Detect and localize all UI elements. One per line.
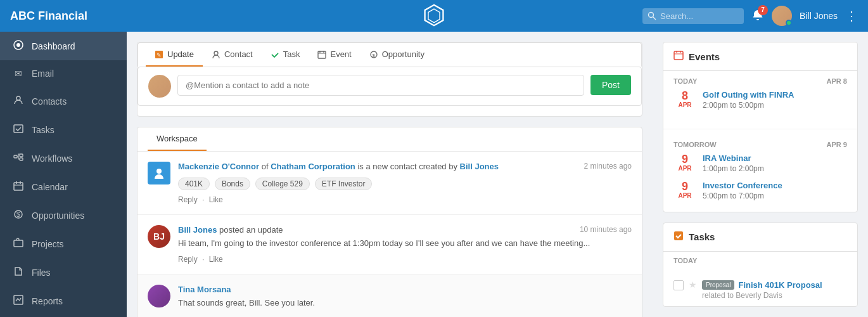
- svg-rect-7: [14, 125, 23, 133]
- feed-item-2: BJ Bill Jones posted an update 10 minute…: [137, 215, 642, 275]
- tag-etfinvestor[interactable]: ETF Investor: [315, 178, 373, 190]
- feed-item-text-1: Mackenzie O'Connor of Chatham Corporatio…: [178, 162, 499, 171]
- reply-link-1[interactable]: Reply: [178, 195, 198, 204]
- post-input[interactable]: [177, 75, 584, 96]
- feed-tab-workspace[interactable]: Workspace: [148, 127, 207, 151]
- svg-rect-24: [674, 231, 683, 240]
- events-today-section: TODAY Apr 8 8 APR Golf Outing with FINRA…: [663, 71, 857, 124]
- sidebar-item-projects[interactable]: Projects: [0, 230, 127, 258]
- tab-update[interactable]: ✎ Update: [146, 43, 203, 67]
- tab-opportunity[interactable]: $ Opportunity: [361, 43, 433, 67]
- svg-rect-10: [20, 158, 23, 160]
- events-card: Events TODAY Apr 8 8 APR Golf Outing wit…: [663, 42, 858, 212]
- svg-marker-1: [428, 9, 440, 23]
- svg-point-5: [16, 43, 20, 47]
- tasks-header: Tasks: [663, 223, 857, 252]
- topnav: ABC Financial 7 Bill Jones ⋮: [0, 0, 868, 32]
- svg-text:✎: ✎: [156, 52, 162, 58]
- online-indicator: [786, 20, 792, 26]
- feed-message-2: Hi team, I'm going to the investor confe…: [178, 237, 632, 250]
- task-star-1[interactable]: ★: [689, 280, 697, 290]
- events-title: Events: [689, 51, 720, 62]
- event-title-ira[interactable]: IRA Webinar: [703, 153, 847, 163]
- workflows-icon: [13, 152, 24, 164]
- sidebar-label-calendar: Calendar: [32, 182, 68, 192]
- notification-bell[interactable]: 7: [751, 9, 764, 23]
- feed-item-body-3: Tina Morsana That sounds great, Bill. Se…: [178, 285, 632, 309]
- contact-tab-icon: [212, 50, 220, 59]
- sidebar-label-tasks: Tasks: [32, 125, 54, 135]
- tag-401k[interactable]: 401K: [178, 178, 210, 190]
- tasks-today-label: TODAY: [673, 257, 847, 264]
- brand-name: ABC Financial: [10, 10, 642, 23]
- event-title-golf[interactable]: Golf Outing with FINRA: [703, 90, 847, 100]
- tab-contact[interactable]: Contact: [203, 43, 262, 67]
- task-link-1[interactable]: Finish 401K Proposal: [738, 280, 822, 290]
- app-logo: [423, 4, 445, 29]
- opportunities-icon: $: [13, 209, 24, 221]
- sidebar: Dashboard ✉ Email Contacts Tasks: [0, 32, 127, 317]
- feed-company-1[interactable]: Chatham Corporation: [271, 162, 355, 171]
- svg-point-18: [214, 51, 218, 55]
- tag-bonds[interactable]: Bonds: [215, 178, 250, 190]
- event-ira: 9 APR IRA Webinar 1:00pm to 2:00pm: [673, 153, 847, 173]
- search-input[interactable]: [642, 8, 744, 24]
- tab-event[interactable]: Event: [309, 43, 360, 67]
- feed-actor-2[interactable]: Bill Jones: [178, 225, 217, 235]
- feed-actor-3[interactable]: Tina Morsana: [178, 285, 231, 294]
- tasks-title: Tasks: [689, 231, 715, 242]
- sidebar-item-opportunities[interactable]: $ Opportunities: [0, 201, 127, 230]
- sidebar-item-email[interactable]: ✉ Email: [0, 60, 127, 87]
- sidebar-item-files[interactable]: Files: [0, 258, 127, 287]
- reports-icon: [13, 295, 24, 307]
- svg-rect-8: [14, 155, 17, 158]
- sidebar-item-workflows[interactable]: Workflows: [0, 144, 127, 172]
- event-title-investor[interactable]: Investor Conference: [703, 181, 847, 190]
- tomorrow-label: TOMORROW Apr 9: [673, 141, 847, 148]
- task-item-1: ★ Proposal Finish 401K Proposal related …: [663, 272, 857, 307]
- event-details-investor: Investor Conference 5:00pm to 7:00pm: [703, 181, 847, 200]
- feed-area: ✎ Update Contact: [127, 32, 653, 317]
- feed-item-header-2: Bill Jones posted an update 10 minutes a…: [178, 225, 632, 235]
- event-time-investor: 5:00pm to 7:00pm: [703, 191, 847, 200]
- projects-icon: [13, 238, 24, 250]
- svg-text:$: $: [372, 53, 375, 58]
- notif-badge: 7: [758, 5, 768, 15]
- tab-task[interactable]: Task: [262, 43, 309, 67]
- task-badge-1: Proposal: [702, 280, 734, 290]
- feed-item-avatar-3: [148, 285, 170, 307]
- like-link-1[interactable]: Like: [209, 195, 223, 204]
- sidebar-label-workflows: Workflows: [32, 153, 72, 164]
- post-bar: Post: [137, 67, 642, 106]
- sidebar-item-dashboard[interactable]: Dashboard: [0, 32, 127, 60]
- task-sub-1: related to Beverly Davis: [702, 291, 822, 300]
- task-checkbox-1[interactable]: [673, 280, 684, 290]
- feed-actions-2: Reply · Like: [178, 255, 632, 264]
- event-details-ira: IRA Webinar 1:00pm to 2:00pm: [703, 153, 847, 173]
- sidebar-label-reports: Reports: [32, 296, 63, 306]
- event-tab-icon: [317, 50, 326, 59]
- sidebar-item-calendar[interactable]: Calendar: [0, 172, 127, 201]
- post-button[interactable]: Post: [590, 75, 631, 95]
- menu-icon[interactable]: ⋮: [845, 8, 858, 23]
- svg-rect-23: [674, 51, 683, 60]
- tag-college529[interactable]: College 529: [255, 178, 310, 190]
- like-link-2[interactable]: Like: [209, 255, 223, 264]
- feed-contact-name-1[interactable]: Mackenzie O'Connor: [178, 162, 259, 171]
- user-avatar-wrap: [772, 6, 792, 26]
- feed-item: Mackenzie O'Connor of Chatham Corporatio…: [137, 152, 642, 215]
- reply-link-2[interactable]: Reply: [178, 255, 198, 264]
- opportunity-tab-icon: $: [369, 50, 378, 59]
- feed-tabs: Workspace: [137, 127, 642, 152]
- task-panel-icon: [673, 231, 684, 243]
- user-name: Bill Jones: [800, 11, 838, 21]
- feed-actor-1[interactable]: Bill Jones: [460, 162, 499, 171]
- task-content-1: Proposal Finish 401K Proposal related to…: [702, 280, 822, 300]
- sidebar-item-reports[interactable]: Reports: [0, 287, 127, 315]
- sidebar-item-tasks[interactable]: Tasks: [0, 115, 127, 144]
- sidebar-item-contacts[interactable]: Contacts: [0, 87, 127, 115]
- topnav-right: 7 Bill Jones ⋮: [642, 6, 858, 26]
- feed-time-2: 10 minutes ago: [580, 225, 632, 234]
- tasks-today-label-wrap: TODAY: [663, 252, 857, 272]
- post-panel: ✎ Update Contact: [137, 42, 642, 117]
